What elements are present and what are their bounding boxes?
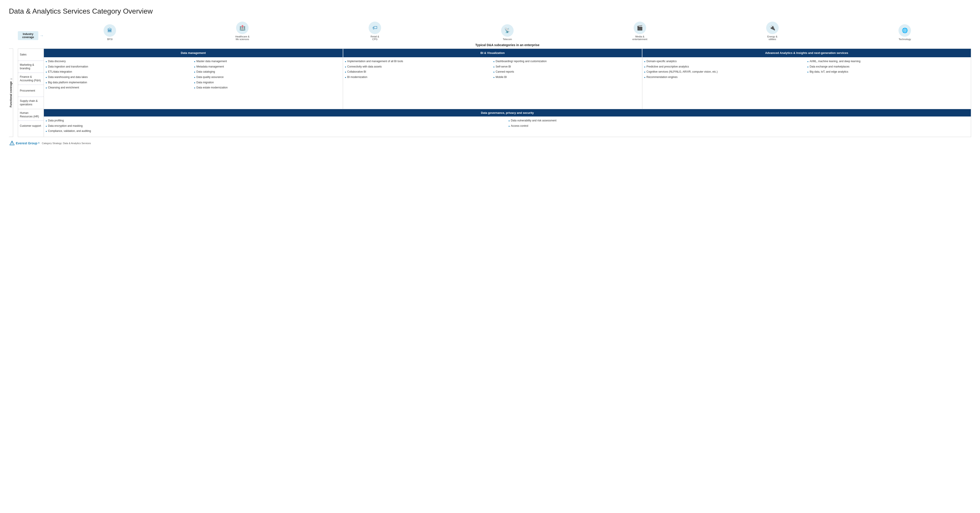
bullet-dot: • (46, 119, 47, 123)
bullet-item: •Data exchange and marketplaces (807, 65, 969, 69)
bullet-text: Mobile BI (496, 75, 507, 79)
footer: Everest Group® Category Strategy: Data &… (9, 140, 971, 147)
industry-item-bfsi: 🏛 BFSI (102, 24, 118, 41)
subcategory-label-row: Typical D&A subcategories in an enterpri… (9, 42, 971, 48)
industry-item-technology: 🌐 Technology (897, 24, 913, 41)
bullet-dot: • (509, 124, 510, 128)
bullet-item: •Self-serve BI (493, 65, 640, 69)
bullet-item: •Connectivity with data assets (345, 65, 492, 69)
bullet-text: Big data platform implementation (48, 81, 87, 84)
bullet-item: •ETL/data integration (46, 70, 192, 74)
left-spacer: Industry coverage → (9, 31, 44, 41)
bullet-text: Big data, IoT, and edge analytics (810, 70, 848, 74)
bullet-item: •Big data, IoT, and edge analytics (807, 70, 969, 74)
bullet-text: Collaborative BI (347, 70, 366, 74)
industry-coverage-arrow: → (40, 33, 44, 38)
bullet-dot: • (345, 65, 346, 69)
bullet-dot: • (194, 86, 195, 90)
bullet-dot: • (644, 70, 646, 74)
bullet-item: •Master data management (194, 59, 341, 64)
bullet-item: •Data cataloging (194, 70, 341, 74)
bullet-item: •Data profiling (46, 119, 506, 123)
bullet-text: Data migration (196, 81, 214, 84)
bullet-text: Recommendation engines (647, 75, 678, 79)
bullet-text: Data profiling (48, 119, 64, 123)
bullet-item: •Access control (509, 124, 969, 128)
bullet-dot: • (194, 70, 195, 74)
bullet-text: Self-serve BI (496, 65, 511, 69)
industry-item-energy: 🔌 Energy & utilities (765, 22, 780, 41)
bullet-item: •Domain-specific analytics (644, 59, 806, 64)
row-label-sales: Sales (18, 49, 44, 61)
bullet-item: •Dashboarding/ reporting and customizati… (493, 59, 640, 64)
bullet-item: •Data encryption and masking (46, 124, 506, 128)
retail-icon: 🏷 (369, 22, 381, 34)
bullet-dot: • (46, 70, 47, 74)
bullet-dot: • (493, 70, 495, 74)
footer-text: Category Strategy: Data & Analytics Serv… (42, 142, 91, 145)
industry-icons-row: 🏛 BFSI 🏥 Healthcare & life sciences 🏷 Re… (44, 22, 971, 41)
bullet-dot: • (46, 86, 47, 90)
telecom-label: Telecom (503, 38, 512, 41)
bullet-item: •Cleansing and enrichment (46, 86, 192, 90)
everest-logo-icon (9, 140, 15, 147)
bullet-item: •Data warehousing and data lakes (46, 75, 192, 80)
gov-label-hr: Human Resources (HR) (18, 109, 44, 121)
bullet-text: Cleansing and enrichment (48, 86, 79, 89)
bullet-text: Data vulnerability and risk assessment (511, 119, 557, 123)
bullet-item: •Metadata management (194, 65, 341, 69)
telecom-icon: 📡 (501, 24, 514, 37)
retail-label: Retail & CPG (371, 35, 379, 41)
governance-main: Data governance, privacy and security •D… (44, 109, 971, 137)
technology-label: Technology (899, 38, 911, 41)
advanced-analytics-content: •Domain-specific analytics•Predictive an… (642, 57, 971, 109)
bullet-dot: • (509, 119, 510, 123)
bullet-item: •Big data platform implementation (46, 81, 192, 85)
bullet-text: AI/ML, machine leaning, and deep learnin… (810, 59, 861, 63)
bullet-item: •Compliance, validation, and auditing (46, 129, 506, 134)
bullet-item: •Data estate modernization (194, 86, 341, 90)
bullet-item: •Data migration (194, 81, 341, 85)
bullet-dot: • (345, 75, 346, 80)
bullet-dot: • (194, 75, 195, 80)
industry-item-healthcare: 🏥 Healthcare & life sciences (234, 22, 250, 41)
bullet-dot: • (46, 60, 47, 64)
subcategories-label: Typical D&A subcategories in an enterpri… (44, 42, 971, 48)
bi-visualization-content: •Implementation and management of all BI… (343, 57, 642, 109)
bullet-dot: • (807, 70, 808, 74)
media-label: Media & entertainment (632, 35, 647, 41)
bullet-dot: • (493, 75, 495, 80)
labels-and-content: Sales Marketing & branding Finance & Acc… (18, 49, 971, 137)
gov-col2: •Data vulnerability and risk assessment•… (509, 119, 969, 135)
bullet-dot: • (345, 60, 346, 64)
bullet-dot: • (46, 75, 47, 80)
industry-coverage-label: Industry coverage (18, 31, 38, 40)
bullet-item: •Implementation and management of all BI… (345, 59, 492, 64)
advanced-analytics-header: Advanced Analytics & Insights and next-g… (642, 49, 971, 57)
bullet-text: Implementation and management of all BI … (347, 59, 403, 63)
bullet-text: Compliance, validation, and auditing (48, 129, 91, 133)
bullet-item: •Recommendation engines (644, 75, 806, 80)
page-title: Data & Analytics Services Category Overv… (9, 7, 971, 15)
grid-wrapper: Functional coverage ↓ Sales Marketing & … (9, 49, 971, 137)
bullet-text: Data ingestion and transformation (48, 65, 88, 69)
gov-label-support: Customer support (18, 121, 44, 131)
technology-icon: 🌐 (899, 24, 911, 37)
governance-section: Human Resources (HR) Customer support Da… (18, 109, 971, 137)
bullet-item: •AI/ML, machine leaning, and deep learni… (807, 59, 969, 64)
brand-name: Everest Group (16, 142, 37, 145)
bullet-dot: • (493, 65, 495, 69)
registered-symbol: ® (38, 142, 40, 144)
bullet-dot: • (807, 60, 808, 64)
bfsi-label: BFSI (107, 38, 113, 41)
bullet-dot: • (807, 65, 808, 69)
bullet-text: Predictive and prescriptive analytics (647, 65, 689, 69)
bullet-item: •Data vulnerability and risk assessment (509, 119, 969, 123)
bullet-item: •Data ingestion and transformation (46, 65, 192, 69)
governance-header: Data governance, privacy and security (44, 109, 971, 116)
bullet-text: BI modernization (347, 75, 367, 79)
aa-col1: •Domain-specific analytics•Predictive an… (644, 59, 806, 107)
main-layout: Industry coverage → 🏛 BFSI 🏥 Healthcare … (9, 22, 971, 147)
bullet-item: •Data quality assurance (194, 75, 341, 80)
energy-label: Energy & utilities (767, 35, 777, 41)
